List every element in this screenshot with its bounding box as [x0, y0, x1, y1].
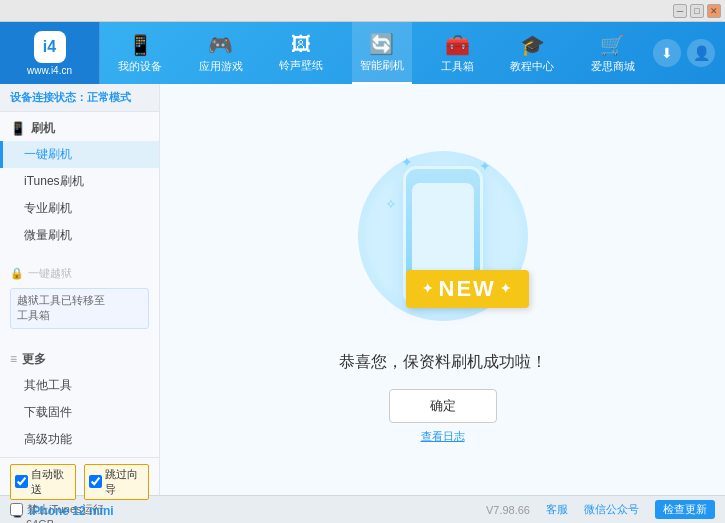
close-button[interactable]: ✕: [707, 4, 721, 18]
sidebar-item-advanced[interactable]: 高级功能: [0, 426, 159, 453]
check-update-button[interactable]: 检查更新: [655, 500, 715, 519]
smart-flash-label: 智能刷机: [360, 58, 404, 73]
hero-graphic: ✦ ✦ ✧ ✦ NEW: [343, 136, 543, 336]
nav-item-ringtone[interactable]: 🖼 铃声壁纸: [271, 22, 331, 84]
jailbreak-label: 一键越狱: [28, 266, 72, 281]
wechat-link[interactable]: 微信公众号: [584, 502, 639, 517]
app-logo-subtitle: www.i4.cn: [27, 65, 72, 76]
maximize-button[interactable]: □: [690, 4, 704, 18]
sidebar-jailbreak-note: 越狱工具已转移至 工具箱: [10, 288, 149, 329]
download-nav-button[interactable]: ⬇: [653, 39, 681, 67]
connection-status-bar: 设备连接状态：正常模式: [0, 84, 159, 112]
nav-item-apps-games[interactable]: 🎮 应用游戏: [191, 22, 251, 84]
nav-items-container: 📱 我的设备 🎮 应用游戏 🖼 铃声壁纸 🔄 智能刷机 🧰 工具箱 🎓 教程中心…: [100, 22, 653, 84]
status-value-label: 正常模式: [87, 91, 131, 103]
version-label: V7.98.66: [486, 504, 530, 516]
main-content: ✦ ✦ ✧ ✦ NEW 恭喜您，保资料刷机成功啦！ 确定 查看日志: [160, 84, 725, 495]
skip-wizard-checkbox[interactable]: [89, 475, 102, 488]
logo-area: i4 www.i4.cn: [0, 22, 100, 84]
nav-item-smart-flash[interactable]: 🔄 智能刷机: [352, 22, 412, 84]
skip-wizard-checkbox-item[interactable]: 跳过向导: [84, 464, 150, 500]
device-storage-label: 64GB: [10, 518, 149, 523]
nav-right-area: ⬇ 👤: [653, 39, 725, 67]
success-message: 恭喜您，保资料刷机成功啦！: [339, 352, 547, 373]
bottom-bar-left: 禁止iTunes运行: [10, 502, 486, 517]
confirm-button[interactable]: 确定: [389, 389, 497, 423]
nav-item-toolbox[interactable]: 🧰 工具箱: [433, 22, 482, 84]
star-icon-1: ✦: [401, 154, 413, 170]
sidebar-item-other-tools[interactable]: 其他工具: [0, 372, 159, 399]
minimize-button[interactable]: ─: [673, 4, 687, 18]
itunes-checkbox[interactable]: [10, 503, 23, 516]
skip-wizard-label: 跳过向导: [105, 467, 145, 497]
tutorial-icon: 🎓: [520, 33, 545, 57]
sidebar-item-wipe-flash[interactable]: 微量刷机: [0, 222, 159, 249]
apps-games-label: 应用游戏: [199, 59, 243, 74]
view-log-link[interactable]: 查看日志: [421, 429, 465, 444]
status-prefix-label: 设备连接状态：: [10, 91, 87, 103]
main-area: 设备连接状态：正常模式 📱 刷机 一键刷机 iTunes刷机 专业刷机 微量刷机…: [0, 84, 725, 495]
smart-flash-icon: 🔄: [369, 32, 394, 56]
itunes-label: 禁止iTunes运行: [27, 502, 104, 517]
auto-close-label: 自动歌送: [31, 467, 71, 497]
bottom-bar-right: V7.98.66 客服 微信公众号 检查更新: [486, 500, 715, 519]
nav-item-store[interactable]: 🛒 爱思商城: [583, 22, 643, 84]
app-logo-icon: i4: [34, 31, 66, 63]
sidebar-jailbreak-header: 🔒 一键越狱: [0, 263, 159, 284]
top-navigation: i4 www.i4.cn 📱 我的设备 🎮 应用游戏 🖼 铃声壁纸 🔄 智能刷机…: [0, 22, 725, 84]
sidebar-jailbreak-section: 🔒 一键越狱 越狱工具已转移至 工具箱: [0, 259, 159, 337]
service-link[interactable]: 客服: [546, 502, 568, 517]
jailbreak-note-line2: 工具箱: [17, 308, 142, 323]
star-icon-2: ✦: [479, 158, 491, 174]
phone-screen: [412, 183, 474, 281]
store-label: 爱思商城: [591, 59, 635, 74]
tutorial-label: 教程中心: [510, 59, 554, 74]
sidebar-flash-section: 📱 刷机 一键刷机 iTunes刷机 专业刷机 微量刷机: [0, 112, 159, 253]
star-icon-3: ✧: [385, 196, 397, 212]
store-icon: 🛒: [600, 33, 625, 57]
titlebar: ─ □ ✕: [0, 0, 725, 22]
sidebar-more-section: ≡ 更多 其他工具 下载固件 高级功能: [0, 343, 159, 457]
flash-section-label: 刷机: [31, 120, 55, 137]
nav-item-tutorial[interactable]: 🎓 教程中心: [502, 22, 562, 84]
my-device-icon: 📱: [128, 33, 153, 57]
bars-icon: ≡: [10, 352, 17, 366]
sidebar: 设备连接状态：正常模式 📱 刷机 一键刷机 iTunes刷机 专业刷机 微量刷机…: [0, 84, 160, 495]
ringtone-label: 铃声壁纸: [279, 58, 323, 73]
apps-games-icon: 🎮: [208, 33, 233, 57]
ringtone-icon: 🖼: [291, 33, 311, 56]
sidebar-item-itunes-flash[interactable]: iTunes刷机: [0, 168, 159, 195]
my-device-label: 我的设备: [118, 59, 162, 74]
toolbox-icon: 🧰: [445, 33, 470, 57]
flash-section-icon: 📱: [10, 121, 26, 136]
sidebar-item-one-click-flash[interactable]: 一键刷机: [0, 141, 159, 168]
lock-icon: 🔒: [10, 267, 24, 280]
toolbox-label: 工具箱: [441, 59, 474, 74]
auto-close-checkbox-item[interactable]: 自动歌送: [10, 464, 76, 500]
auto-close-checkbox[interactable]: [15, 475, 28, 488]
new-ribbon: NEW: [406, 270, 529, 308]
checkbox-row: 自动歌送 跳过向导: [10, 464, 149, 500]
user-nav-button[interactable]: 👤: [687, 39, 715, 67]
sidebar-flash-header: 📱 刷机: [0, 116, 159, 141]
sidebar-item-pro-flash[interactable]: 专业刷机: [0, 195, 159, 222]
sidebar-item-download-firmware[interactable]: 下载固件: [0, 399, 159, 426]
nav-item-my-device[interactable]: 📱 我的设备: [110, 22, 170, 84]
more-section-label: 更多: [22, 351, 46, 368]
jailbreak-note-line1: 越狱工具已转移至: [17, 293, 142, 308]
sidebar-more-header: ≡ 更多: [0, 347, 159, 372]
